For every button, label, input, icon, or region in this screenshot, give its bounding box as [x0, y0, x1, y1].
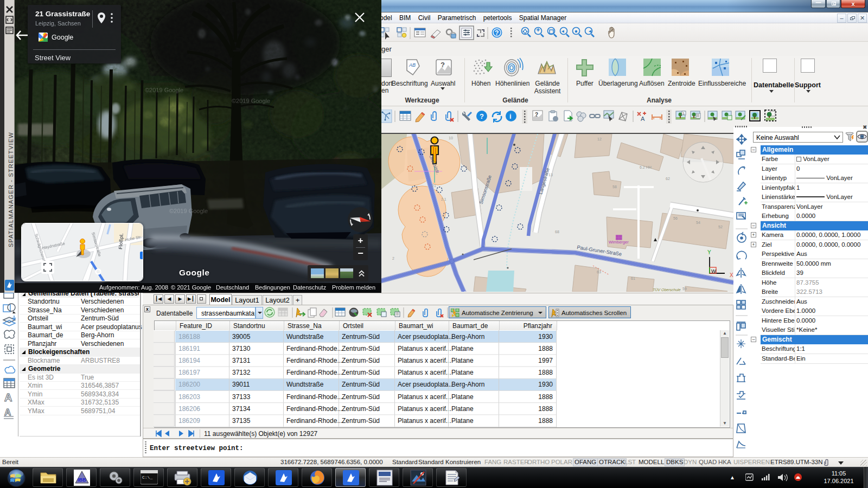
svg-text:TÜV Oberschule: TÜV Oberschule: [653, 288, 681, 292]
svg-text:59: 59: [682, 287, 687, 291]
svg-text:21: 21: [432, 184, 436, 188]
svg-text:X: X: [730, 272, 733, 278]
svg-text:6.2 HH: 6.2 HH: [640, 165, 652, 169]
svg-text:Y: Y: [707, 249, 711, 255]
svg-text:?: ?: [480, 112, 484, 120]
svg-text:?: ?: [441, 61, 445, 69]
svg-text:C:\_: C:\_: [142, 475, 152, 480]
svg-text:56: 56: [673, 216, 678, 220]
svg-text:IBB: IBB: [78, 477, 86, 483]
svg-text:54: 54: [696, 221, 700, 224]
svg-text:68: 68: [555, 230, 559, 234]
svg-text:10: 10: [449, 136, 453, 140]
svg-text:W: W: [711, 268, 716, 274]
svg-text:2.1: 2.1: [441, 197, 446, 201]
svg-text:Wimberger: Wimberger: [609, 240, 629, 245]
svg-text:?: ?: [535, 112, 538, 118]
svg-text:A: A: [4, 391, 12, 403]
svg-text:©2019 Google: ©2019 Google: [169, 208, 208, 214]
svg-text:12: 12: [597, 137, 602, 141]
svg-text:i: i: [509, 112, 512, 120]
svg-text:2: 2: [392, 256, 394, 260]
svg-text:A: A: [4, 407, 11, 418]
svg-text:AB: AB: [409, 62, 416, 68]
svg-text:61: 61: [631, 277, 635, 280]
svg-text:©2019 Google: ©2019 Google: [232, 98, 270, 104]
svg-text:63: 63: [597, 270, 601, 274]
svg-text:13: 13: [548, 173, 553, 177]
svg-text:62: 62: [666, 177, 670, 181]
svg-text:Floßpl.: Floßpl.: [118, 233, 124, 249]
svg-text:58: 58: [612, 185, 617, 189]
svg-text:52: 52: [718, 225, 723, 229]
svg-text:?: ?: [495, 29, 499, 37]
svg-text:©2019 Google: ©2019 Google: [145, 87, 183, 93]
svg-text:A: A: [641, 115, 645, 122]
